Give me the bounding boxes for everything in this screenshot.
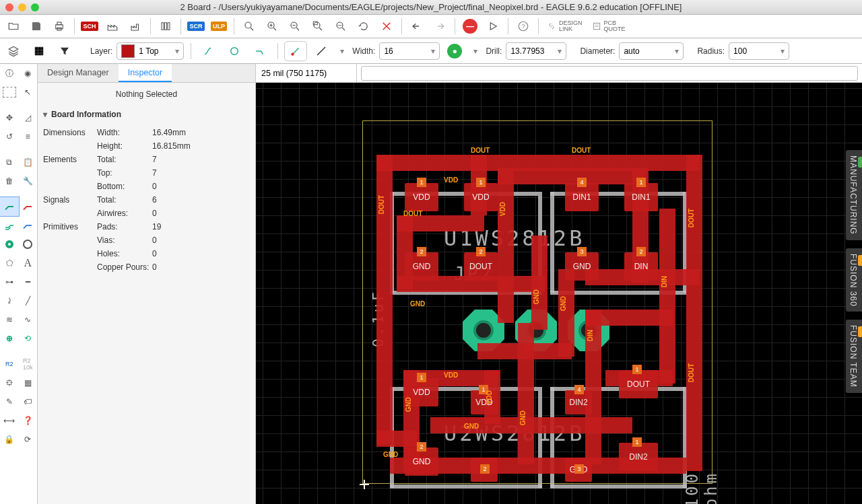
chevron-down-icon: ▾ — [558, 46, 562, 56]
library-button[interactable] — [155, 17, 176, 36]
copy-tool[interactable]: ⧉ — [0, 153, 19, 172]
net-tool[interactable]: ⊶ — [0, 273, 19, 291]
filter-button[interactable] — [54, 42, 75, 61]
grid-button[interactable] — [28, 42, 50, 61]
radius-select[interactable]: 100▾ — [729, 42, 789, 60]
quickroute-tool[interactable] — [19, 216, 38, 235]
info-tool[interactable]: ⓘ — [0, 64, 19, 83]
meander-tool[interactable]: ∿ — [19, 310, 38, 329]
name-tool[interactable]: R2 — [0, 355, 19, 373]
info-category: Elements — [43, 155, 97, 164]
line-tool[interactable]: ━ — [19, 273, 38, 291]
drill-select[interactable]: 13.77953▾ — [506, 42, 566, 60]
zoom-in-icon — [266, 20, 278, 32]
measure-tool[interactable]: ❓ — [19, 411, 38, 430]
board-info-header[interactable]: ▾ Board Information — [38, 106, 255, 123]
pcb-quote-label: PCB QUOTE — [604, 20, 626, 32]
optimize-tool[interactable]: ⟳ — [19, 430, 38, 449]
redo-button[interactable] — [429, 17, 451, 36]
pcb-canvas[interactable]: U1WS2812B U2WS2812B JP2 100 ohm 0.1uF — [256, 83, 862, 504]
mirror-tool[interactable]: ◿ — [19, 108, 38, 127]
minimize-window-button[interactable] — [18, 3, 26, 11]
wire-style-button[interactable] — [310, 42, 332, 61]
save-button[interactable] — [26, 17, 47, 36]
redraw-button[interactable] — [353, 17, 374, 36]
cancel-button[interactable] — [376, 17, 397, 36]
dimension-tool[interactable]: ⟷ — [0, 411, 19, 430]
group-tool[interactable] — [3, 87, 16, 98]
pkg-tool[interactable]: ▦ — [19, 373, 38, 392]
smash-tool[interactable]: ⯐ — [0, 373, 19, 392]
route-multi-tool[interactable] — [0, 216, 19, 235]
info-key: Width: — [97, 128, 152, 137]
layers-display-button[interactable] — [3, 42, 24, 61]
text-tool[interactable]: A — [19, 254, 38, 273]
trace — [518, 323, 534, 464]
undo-button[interactable] — [406, 17, 428, 36]
hole-tool[interactable] — [19, 235, 38, 254]
svg-point-9 — [314, 22, 320, 28]
pad-number: 2 — [417, 247, 426, 256]
bend-style-button[interactable] — [285, 42, 306, 61]
pcb-quote-button[interactable]: PCB QUOTE — [588, 17, 630, 36]
command-input[interactable] — [361, 66, 858, 81]
miter-tool[interactable]: ≋ — [0, 310, 19, 329]
paint-tool[interactable]: ✎ — [0, 392, 19, 411]
rotate-tool[interactable]: ↺ — [0, 127, 19, 146]
diameter-select[interactable]: auto▾ — [619, 42, 684, 60]
print-button[interactable] — [48, 17, 70, 36]
maximize-window-button[interactable] — [31, 3, 39, 11]
chevron-down-icon: ▾ — [675, 46, 679, 56]
wire-style-dd[interactable]: ▾ — [336, 42, 348, 61]
script-button[interactable]: SCR — [185, 17, 207, 36]
switch-schematic-button[interactable]: SCH — [79, 17, 100, 36]
open-button[interactable] — [3, 17, 24, 36]
align-tool[interactable]: ≡ — [19, 127, 38, 146]
zoom-window-button[interactable] — [307, 17, 329, 36]
route-tool[interactable] — [0, 197, 19, 216]
select-arrow-tool[interactable]: ↖ — [19, 83, 37, 102]
dock-tab-fusionteam[interactable]: FUSION TEAM — [846, 320, 862, 393]
change-tool[interactable]: 🔧 — [19, 172, 38, 190]
design-link-button[interactable]: DESIGN LINK — [543, 17, 587, 36]
zoom-fit-icon — [243, 20, 255, 32]
delete-tool[interactable]: 🗑 — [0, 172, 19, 190]
dock-tab-manufacturing[interactable]: MANUFACTURING — [846, 150, 862, 240]
close-window-button[interactable] — [5, 3, 13, 11]
route-mode2-button[interactable] — [224, 42, 245, 61]
tab-design-manager[interactable]: Design Manager — [38, 64, 119, 82]
via-dd[interactable]: ▾ — [469, 42, 482, 61]
add-tool[interactable]: ⊕ — [0, 329, 19, 348]
split-tool[interactable]: ⤸ — [0, 291, 19, 310]
zoom-in-button[interactable] — [261, 17, 283, 36]
attribute-tool[interactable]: 🏷 — [19, 392, 38, 411]
zoom-select-button[interactable] — [330, 17, 352, 36]
go-via-button[interactable]: ● — [444, 42, 465, 61]
move-tool[interactable]: ✥ — [0, 108, 19, 127]
width-select[interactable]: 16▾ — [379, 42, 440, 60]
route-mode1-button[interactable] — [198, 42, 220, 61]
zoom-fit-button[interactable] — [238, 17, 260, 36]
help-button[interactable]: ? — [512, 17, 534, 36]
ripup-tool[interactable] — [19, 197, 38, 216]
value-tool[interactable]: R210k — [19, 355, 38, 373]
manufacturing-button[interactable] — [125, 17, 146, 36]
ulp-button[interactable]: ULP — [208, 17, 230, 36]
show-tool[interactable]: ◉ — [19, 64, 38, 83]
stop-button[interactable]: — — [459, 17, 481, 36]
via-tool[interactable] — [0, 235, 19, 254]
layer-label: Layer: — [90, 46, 112, 56]
cam-button[interactable] — [102, 17, 123, 36]
route-mode3-button[interactable] — [249, 42, 271, 61]
slice-tool[interactable]: ╱ — [19, 291, 38, 310]
zoom-out-button[interactable] — [284, 17, 306, 36]
polygon-tool[interactable]: ⬠ — [0, 254, 19, 273]
dock-tab-fusion360[interactable]: FUSION 360 — [846, 248, 862, 312]
layer-select[interactable]: 1 Top ▾ — [117, 42, 184, 60]
width-label: Width: — [352, 46, 375, 56]
lock-tool[interactable]: 🔒 — [0, 430, 19, 449]
go-button[interactable] — [482, 17, 504, 36]
paste-tool[interactable]: 📋 — [19, 153, 38, 172]
replace-tool[interactable]: ⟲ — [19, 329, 38, 348]
tab-inspector[interactable]: Inspector — [119, 64, 172, 82]
